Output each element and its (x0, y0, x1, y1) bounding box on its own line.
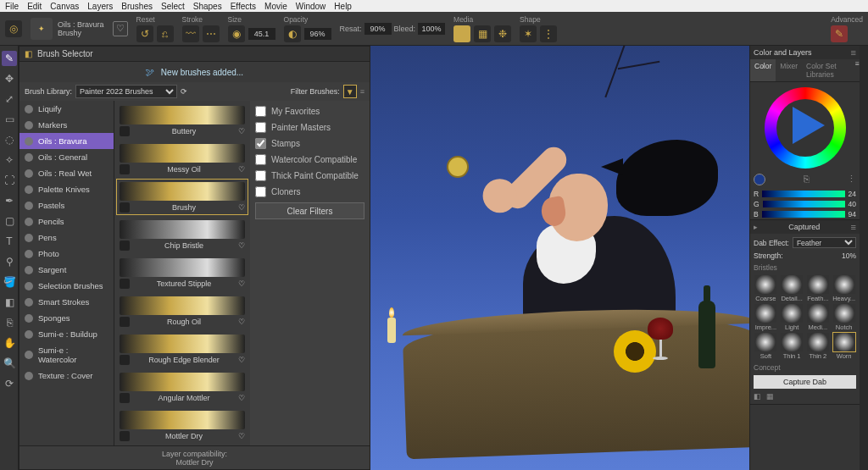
filter-painter-masters[interactable]: Painter Masters (255, 122, 364, 133)
r-slider[interactable] (762, 191, 844, 197)
crop-tool-icon[interactable]: ⛶ (2, 173, 17, 188)
size-field[interactable] (248, 28, 275, 40)
category-pastels[interactable]: Pastels (19, 197, 114, 213)
bristle-medi-[interactable]: Medi... (806, 304, 831, 331)
media-flow-icon[interactable]: ❉ (494, 25, 511, 42)
menu-effects[interactable]: Effects (231, 2, 256, 11)
variant-chip-bristle[interactable]: Chip Bristle♡ (116, 217, 248, 253)
filter-watercolor[interactable]: Watercolor Compatible (255, 154, 364, 165)
clone-tool-icon[interactable]: ⎘ (2, 315, 17, 330)
zoom-tool-icon[interactable]: 🔍 (2, 356, 17, 371)
canvas[interactable] (370, 46, 749, 470)
stroke-type-icon[interactable]: ⋯ (203, 25, 220, 42)
reset-all-icon[interactable]: ⎌ (157, 25, 174, 42)
menu-brushes[interactable]: Brushes (121, 2, 153, 11)
dropper-tool-icon[interactable]: ⚲ (2, 254, 17, 269)
clear-filters-button[interactable]: Clear Filters (255, 202, 364, 219)
pen-tool-icon[interactable]: ✒ (2, 193, 17, 208)
category-liquify[interactable]: Liquify (19, 101, 114, 117)
rotate-tool-icon[interactable]: ⟳ (2, 376, 17, 391)
bristle-heavy-[interactable]: Heavy... (832, 275, 856, 302)
category-palette-knives[interactable]: Palette Knives (19, 181, 114, 197)
category-smart-strokes[interactable]: Smart Strokes (19, 294, 114, 310)
variant-mottler-dry[interactable]: Mottler Dry♡ (116, 407, 248, 444)
brush-category-list[interactable]: LiquifyMarkersOils : BravuraOils : Gener… (19, 101, 114, 445)
category-sponges[interactable]: Sponges (19, 310, 114, 326)
bucket-tool-icon[interactable]: 🪣 (2, 274, 17, 290)
shape-dab-icon[interactable]: ✶ (520, 25, 537, 42)
category-oils-real-wet[interactable]: Oils : Real Wet (19, 165, 114, 181)
color-wheel[interactable] (765, 87, 846, 169)
category-sargent[interactable]: Sargent (19, 262, 114, 278)
menu-window[interactable]: Window (296, 2, 326, 11)
lasso-tool-icon[interactable]: ◌ (2, 132, 17, 147)
menu-movie[interactable]: Movie (264, 2, 287, 11)
capture-opt1-icon[interactable]: ◧ (754, 392, 761, 401)
color-options-icon[interactable]: ⋮ (847, 174, 856, 185)
opacity-icon[interactable]: ◐ (284, 25, 301, 42)
menu-layers[interactable]: Layers (87, 2, 113, 11)
strength-value[interactable]: 10% (842, 252, 856, 260)
category-sumi-e-watercolor[interactable]: Sumi-e : Watercolor (19, 342, 114, 368)
bristle-feath-[interactable]: Feath... (806, 275, 831, 302)
variant-textured-stipple[interactable]: Textured Stipple♡ (116, 255, 248, 291)
filter-cloners[interactable]: Cloners (255, 186, 364, 197)
menu-shapes[interactable]: Shapes (193, 2, 222, 11)
bristle-coarse[interactable]: Coarse (754, 275, 778, 302)
filter-stamps[interactable]: Stamps (255, 138, 364, 149)
brush-library-select[interactable]: Painter 2022 Brushes (75, 85, 177, 98)
brush-selector-header[interactable]: ◧ Brush Selector (19, 47, 370, 62)
filter-my-favorites[interactable]: My Favorites (255, 106, 364, 117)
dab-effect-select[interactable]: Feather (793, 237, 856, 248)
current-brush-pill[interactable]: ✦ Oils : Bravura Brushy (31, 18, 104, 40)
menu-edit[interactable]: Edit (27, 2, 42, 11)
category-markers[interactable]: Markers (19, 117, 114, 133)
bleed-field[interactable] (418, 23, 445, 35)
tab-color[interactable]: Color (750, 59, 776, 81)
bristle-thin-2[interactable]: Thin 2 (806, 333, 831, 360)
category-pencils[interactable]: Pencils (19, 213, 114, 229)
transform-tool-icon[interactable]: ⤢ (2, 91, 17, 107)
tab-color-set[interactable]: Color Set Libraries (802, 59, 855, 81)
right-scrollbar[interactable] (860, 46, 868, 470)
media-paper-icon[interactable]: ▦ (474, 25, 491, 42)
bristle-soft[interactable]: Soft (754, 333, 778, 360)
filter-thick-paint[interactable]: Thick Paint Compatible (255, 170, 364, 181)
capture-dab-button[interactable]: Capture Dab (754, 375, 856, 389)
variant-messy-oil[interactable]: Messy Oil♡ (116, 141, 248, 177)
move-tool-icon[interactable]: ✥ (2, 71, 17, 86)
bristle-impre-[interactable]: Impre... (754, 304, 778, 331)
resat-field[interactable] (364, 23, 392, 35)
selection-tool-icon[interactable]: ▭ (2, 112, 17, 127)
wand-tool-icon[interactable]: ✧ (2, 152, 17, 168)
variant-rough-oil[interactable]: Rough Oil♡ (116, 293, 248, 329)
new-brushes-banner[interactable]: 🕊 New brushes added... (19, 62, 370, 82)
bristle-light[interactable]: Light (780, 304, 804, 331)
clone-color-icon[interactable]: ⎘ (804, 174, 810, 185)
capture-opt2-icon[interactable]: ▦ (766, 392, 774, 401)
text-tool-icon[interactable]: T (2, 234, 17, 249)
drag-handle-icon[interactable]: ◧ (25, 49, 32, 58)
category-oils-general[interactable]: Oils : General (19, 149, 114, 165)
category-sumi-e-buildup[interactable]: Sumi-e : Buildup (19, 326, 114, 342)
menu-file[interactable]: File (5, 2, 19, 11)
category-texture-cover[interactable]: Texture : Cover (19, 368, 114, 384)
eraser-tool-icon[interactable]: ◧ (2, 295, 17, 310)
menu-select[interactable]: Select (161, 2, 185, 11)
category-photo[interactable]: Photo (19, 246, 114, 262)
variant-buttery[interactable]: Buttery♡ (116, 102, 248, 139)
variant-angular-mottler[interactable]: Angular Mottler♡ (116, 369, 248, 406)
brush-tool-icon[interactable]: ✎ (2, 51, 17, 66)
brush-variant-list[interactable]: Buttery♡Messy Oil♡Brushy♡Chip Bristle♡Te… (114, 101, 250, 445)
hand-tool-icon[interactable]: ✋ (2, 335, 17, 351)
opacity-field[interactable] (304, 28, 331, 40)
g-slider[interactable] (763, 201, 845, 207)
bristle-notch[interactable]: Notch (832, 304, 856, 331)
category-oils-bravura[interactable]: Oils : Bravura (19, 133, 114, 149)
b-slider[interactable] (762, 211, 845, 218)
media-color-icon[interactable] (453, 25, 470, 42)
shape-tool-icon[interactable]: ▢ (2, 213, 17, 229)
main-color-swatch[interactable] (754, 174, 765, 185)
menu-help[interactable]: Help (334, 2, 352, 11)
reset-brush-icon[interactable]: ↺ (136, 25, 153, 42)
